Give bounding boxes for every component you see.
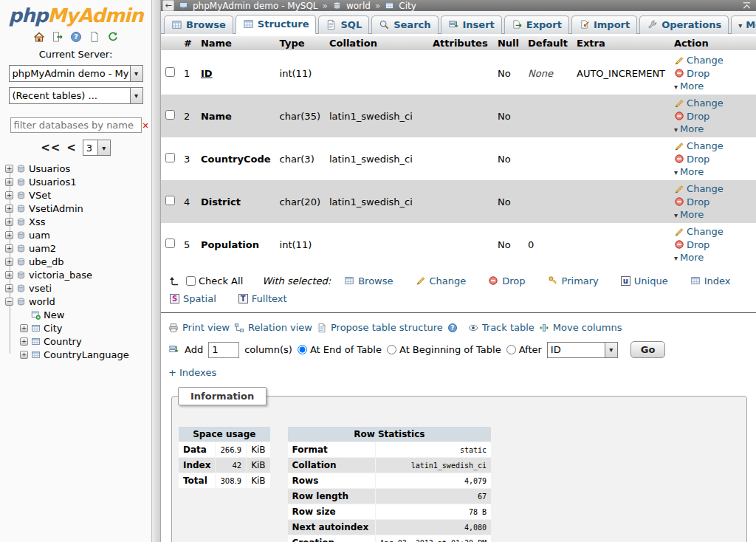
propose-structure-link[interactable]: Propose table structure	[317, 322, 443, 333]
sidebar-db-victoria_base[interactable]: victoria_base	[0, 268, 151, 281]
recent-tables-select[interactable]: (Recent tables) ...	[9, 87, 143, 104]
more-link[interactable]: More	[674, 209, 704, 220]
drop-link[interactable]: Drop	[674, 239, 709, 250]
change-link[interactable]: Change	[674, 55, 724, 66]
change-link[interactable]: Change	[674, 140, 724, 151]
go-button[interactable]: Go	[630, 341, 666, 358]
expand-icon[interactable]	[5, 218, 13, 226]
at-beginning-radio[interactable]	[387, 345, 396, 354]
selected-index-button[interactable]: Index	[690, 275, 731, 287]
drop-link[interactable]: Drop	[674, 68, 709, 79]
expand-icon[interactable]	[5, 244, 13, 253]
after-radio[interactable]	[506, 345, 516, 354]
sidebar-db-usuarios1[interactable]: Usuarios1	[0, 175, 151, 188]
row-checkbox[interactable]	[165, 153, 175, 162]
drop-link[interactable]: Drop	[674, 154, 709, 165]
print-view-link[interactable]: Print view	[168, 322, 230, 333]
sidebar-db-xss[interactable]: Xss	[0, 215, 151, 228]
radio-at-end[interactable]: At End of Table	[298, 344, 382, 355]
breadcrumb-table[interactable]: City	[399, 1, 416, 11]
expand-icon[interactable]	[5, 284, 13, 292]
selected-primary-button[interactable]: Primary	[548, 275, 599, 287]
sidebar-db-uam2[interactable]: uam2	[0, 241, 151, 255]
help-icon[interactable]	[70, 31, 82, 43]
tab-insert[interactable]: Insert	[441, 16, 502, 34]
sidebar-table-city[interactable]: City	[0, 321, 151, 335]
sidebar-db-vsetiadmin[interactable]: VsetiAdmin	[0, 202, 151, 215]
expand-icon[interactable]	[5, 231, 13, 239]
phpmyadmin-logo[interactable]: phpMyAdmin	[0, 4, 151, 27]
change-link[interactable]: Change	[674, 226, 724, 237]
tab-operations[interactable]: Operations	[639, 16, 729, 34]
after-column-select[interactable]: ID	[547, 342, 618, 358]
drop-link[interactable]: Drop	[674, 196, 709, 207]
sidebar-splitter[interactable]	[151, 0, 161, 542]
expand-icon[interactable]	[20, 324, 28, 332]
sidebar-db-vseti[interactable]: vseti	[0, 281, 151, 295]
expand-icon[interactable]	[20, 351, 28, 359]
tab-import[interactable]: Import	[571, 16, 637, 34]
expand-icon[interactable]	[5, 205, 13, 213]
tab-browse[interactable]: Browse	[164, 16, 233, 34]
expand-icon[interactable]	[5, 178, 13, 186]
row-checkbox[interactable]	[165, 239, 175, 248]
more-link[interactable]: More	[674, 123, 704, 134]
back-icon[interactable]	[162, 0, 174, 11]
move-columns-link[interactable]: Move columns	[539, 322, 622, 333]
sidebar-db-vset[interactable]: VSet	[0, 188, 151, 202]
breadcrumb-database[interactable]: world	[346, 1, 371, 11]
radio-after[interactable]: After	[506, 344, 542, 355]
relation-view-link[interactable]: Relation view	[234, 322, 312, 333]
sidebar-table-countrylanguage[interactable]: CountryLanguage	[0, 348, 151, 361]
change-link[interactable]: Change	[674, 183, 724, 194]
refresh-icon[interactable]	[107, 31, 119, 43]
sidebar-table-country[interactable]: Country	[0, 335, 151, 348]
selected-change-button[interactable]: Change	[416, 275, 467, 287]
expand-icon[interactable]	[5, 258, 13, 266]
clear-filter-icon[interactable]	[142, 120, 152, 131]
indexes-toggle-link[interactable]: + Indexes	[168, 367, 756, 378]
check-all[interactable]: Check All	[186, 275, 243, 287]
sidebar-table-new[interactable]: New	[0, 308, 151, 321]
selected-drop-button[interactable]: Drop	[488, 275, 525, 287]
page-select[interactable]: 3	[83, 140, 111, 156]
page-prev-link[interactable]: <	[66, 141, 77, 154]
track-table-link[interactable]: Track table	[468, 322, 535, 333]
tab-structure[interactable]: Structure	[236, 15, 317, 34]
expand-icon[interactable]	[5, 191, 13, 199]
change-link[interactable]: Change	[674, 97, 724, 109]
database-filter-input[interactable]	[11, 120, 142, 131]
more-link[interactable]: More	[674, 80, 704, 92]
selected-fulltext-button[interactable]: TFulltext	[238, 293, 287, 304]
more-link[interactable]: More	[674, 252, 704, 263]
at-end-radio[interactable]	[298, 345, 307, 354]
radio-at-beginning[interactable]: At Beginning of Table	[387, 344, 501, 355]
row-checkbox[interactable]	[165, 67, 175, 77]
sidebar-db-ube_db[interactable]: ube_db	[0, 255, 151, 268]
sidebar-db-uam[interactable]: uam	[0, 228, 151, 241]
selected-browse-button[interactable]: Browse	[344, 275, 393, 287]
collapse-panel-icon[interactable]	[742, 1, 752, 10]
check-all-checkbox[interactable]	[186, 276, 196, 286]
help-icon[interactable]	[447, 323, 458, 333]
sidebar-db-world[interactable]: world	[0, 295, 151, 308]
collapse-icon[interactable]	[5, 298, 13, 306]
selected-spatial-button[interactable]: SSpatial	[170, 293, 216, 304]
selected-unique-button[interactable]: uUnique	[621, 275, 668, 287]
sidebar-db-usuarios[interactable]: Usuarios	[0, 162, 151, 175]
column-count-input[interactable]	[208, 342, 239, 358]
tab-export[interactable]: Export	[504, 16, 569, 34]
expand-icon[interactable]	[5, 271, 13, 279]
server-select[interactable]: phpMyAdmin demo - My	[9, 65, 143, 82]
drop-link[interactable]: Drop	[674, 111, 709, 122]
row-checkbox[interactable]	[165, 196, 175, 205]
expand-icon[interactable]	[20, 337, 28, 346]
more-link[interactable]: More	[674, 166, 704, 177]
page-first-link[interactable]: <<	[41, 141, 61, 154]
logout-icon[interactable]	[52, 31, 63, 43]
docs-icon[interactable]	[89, 31, 100, 43]
breadcrumb-server[interactable]: phpMyAdmin demo - MySQL	[193, 1, 318, 11]
tab-sql[interactable]: SQL	[318, 16, 369, 34]
home-icon[interactable]	[33, 31, 45, 43]
expand-icon[interactable]	[5, 165, 13, 173]
